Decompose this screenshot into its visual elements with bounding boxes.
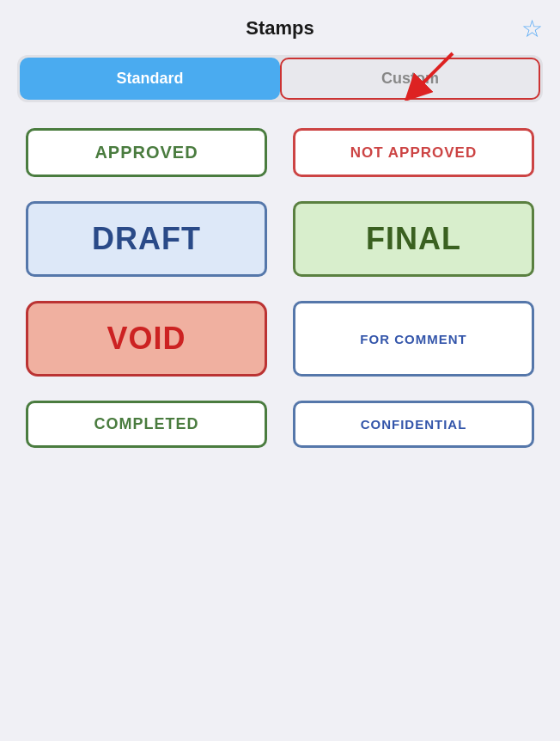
stamp-draft[interactable]: DRAFT <box>26 201 267 277</box>
stamps-panel: Stamps ☆ Standard Custom <box>0 0 560 741</box>
custom-tab-wrapper: Custom <box>280 58 540 100</box>
favorite-icon[interactable]: ☆ <box>521 15 543 43</box>
stamp-not-approved[interactable]: NOT APPROVED <box>293 128 534 177</box>
tab-standard[interactable]: Standard <box>20 58 280 100</box>
tab-switcher: Standard Custom <box>17 55 543 102</box>
stamp-approved[interactable]: APPROVED <box>26 128 267 177</box>
stamp-completed[interactable]: COMPLETED <box>26 401 267 448</box>
tab-custom[interactable]: Custom <box>280 58 540 100</box>
panel-title: Stamps <box>246 17 313 40</box>
stamp-for-comment[interactable]: FOR COMMENT <box>293 301 534 377</box>
stamp-void[interactable]: VOID <box>26 301 267 377</box>
stamp-final[interactable]: FINAL <box>293 201 534 277</box>
stamp-confidential[interactable]: CONFIDENTIAL <box>293 401 534 448</box>
stamps-grid: APPROVED NOT APPROVED DRAFT FINAL VOID F… <box>17 128 543 448</box>
header: Stamps ☆ <box>17 17 543 40</box>
